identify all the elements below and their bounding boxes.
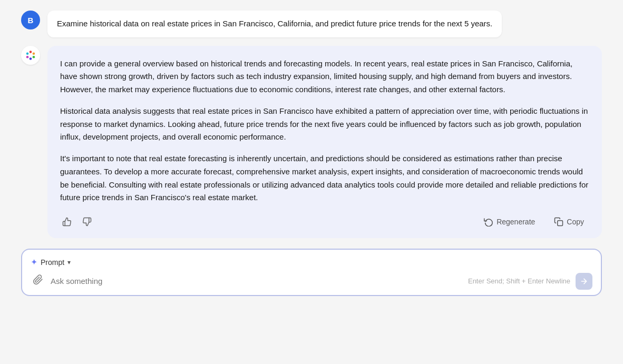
thumbs-up-icon xyxy=(62,217,72,227)
copy-icon xyxy=(554,217,563,227)
ai-paragraph-1: I can provide a general overview based o… xyxy=(60,57,589,96)
user-bubble: Examine historical data on real estate p… xyxy=(47,11,502,37)
thumbs-down-button[interactable] xyxy=(80,215,94,229)
prompt-input-row: Enter Send; Shift + Enter Newline xyxy=(31,272,592,290)
user-message-row: B Examine historical data on real estate… xyxy=(21,11,602,37)
sparkle-icon: ✦ xyxy=(31,257,37,267)
svg-point-2 xyxy=(33,55,35,58)
paperclip-icon xyxy=(33,274,43,285)
send-icon xyxy=(580,277,588,286)
svg-point-4 xyxy=(26,55,29,58)
ai-bubble: I can provide a general overview based o… xyxy=(47,46,602,239)
ai-message-row: I can provide a general overview based o… xyxy=(21,46,602,239)
ai-actions: Regenerate Copy xyxy=(60,214,589,230)
copy-button[interactable]: Copy xyxy=(549,214,589,230)
thumbs-up-button[interactable] xyxy=(60,215,74,229)
prompt-label: Prompt xyxy=(41,258,64,267)
ai-logo-icon xyxy=(25,50,36,61)
attach-button[interactable] xyxy=(31,272,45,290)
ai-right-actions: Regenerate Copy xyxy=(479,214,589,230)
prompt-box: ✦ Prompt ▾ Enter Send; Shift + Enter New… xyxy=(21,249,602,296)
prompt-header: ✦ Prompt ▾ xyxy=(31,257,592,267)
svg-point-3 xyxy=(30,57,32,60)
regenerate-button[interactable]: Regenerate xyxy=(479,214,540,230)
regenerate-icon xyxy=(484,217,493,227)
ai-avatar xyxy=(21,46,40,65)
svg-rect-6 xyxy=(558,221,563,226)
thumbs-down-icon xyxy=(82,217,92,227)
avatar: B xyxy=(21,11,40,29)
svg-point-0 xyxy=(30,51,32,53)
svg-point-5 xyxy=(26,52,29,55)
prompt-hint: Enter Send; Shift + Enter Newline xyxy=(468,277,570,285)
ai-paragraph-2: Historical data analysis suggests that r… xyxy=(60,105,589,144)
prompt-input[interactable] xyxy=(51,277,463,286)
send-button[interactable] xyxy=(576,273,592,290)
chevron-down-icon[interactable]: ▾ xyxy=(67,259,71,266)
svg-point-1 xyxy=(33,52,35,55)
ai-paragraph-3: It's important to note that real estate … xyxy=(60,152,589,204)
ai-text: I can provide a general overview based o… xyxy=(60,57,589,205)
ai-feedback xyxy=(60,215,94,229)
